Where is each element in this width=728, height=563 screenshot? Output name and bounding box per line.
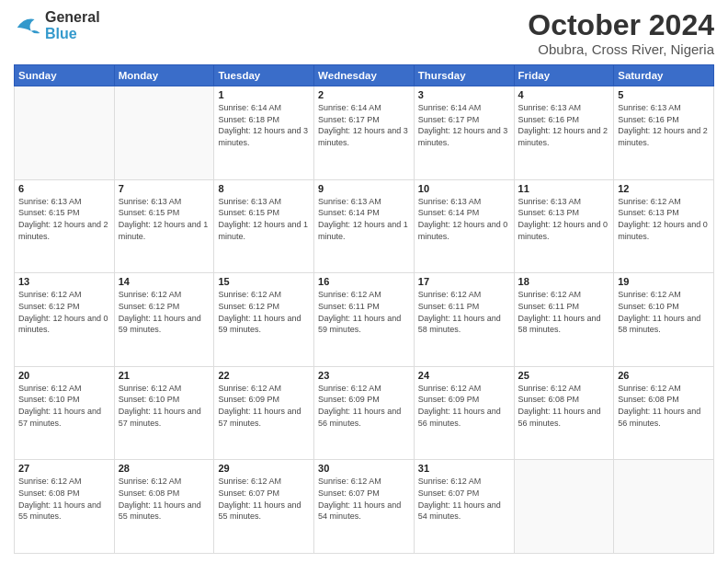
calendar-cell: 9Sunrise: 6:13 AM Sunset: 6:14 PM Daylig… (314, 179, 415, 273)
logo-bird-icon (14, 12, 41, 40)
day-number: 11 (518, 183, 610, 194)
calendar-cell: 16Sunrise: 6:12 AM Sunset: 6:11 PM Dayli… (314, 273, 415, 367)
day-number: 13 (18, 276, 110, 287)
calendar-cell: 6Sunrise: 6:13 AM Sunset: 6:15 PM Daylig… (15, 179, 115, 273)
day-info: Sunrise: 6:12 AM Sunset: 6:09 PM Dayligh… (218, 383, 310, 429)
day-number: 9 (318, 183, 410, 194)
calendar-table: SundayMondayTuesdayWednesdayThursdayFrid… (14, 64, 714, 554)
day-info: Sunrise: 6:12 AM Sunset: 6:12 PM Dayligh… (218, 289, 310, 335)
header-wednesday: Wednesday (314, 65, 415, 86)
day-info: Sunrise: 6:12 AM Sunset: 6:11 PM Dayligh… (318, 289, 410, 335)
calendar-cell: 31Sunrise: 6:12 AM Sunset: 6:07 PM Dayli… (414, 460, 514, 554)
day-number: 27 (18, 463, 110, 474)
day-number: 26 (618, 370, 710, 381)
calendar-cell: 18Sunrise: 6:12 AM Sunset: 6:11 PM Dayli… (514, 273, 614, 367)
calendar-cell: 8Sunrise: 6:13 AM Sunset: 6:15 PM Daylig… (214, 179, 314, 273)
day-number: 19 (618, 276, 710, 287)
header-right: October 2024 Obubra, Cross River, Nigeri… (528, 9, 714, 57)
day-info: Sunrise: 6:12 AM Sunset: 6:11 PM Dayligh… (418, 289, 510, 335)
calendar-cell: 14Sunrise: 6:12 AM Sunset: 6:12 PM Dayli… (114, 273, 214, 367)
day-number: 7 (119, 183, 210, 194)
week-row-1: 1Sunrise: 6:14 AM Sunset: 6:18 PM Daylig… (15, 86, 714, 180)
header: General Blue October 2024 Obubra, Cross … (14, 9, 714, 57)
header-saturday: Saturday (614, 65, 714, 86)
calendar-cell: 26Sunrise: 6:12 AM Sunset: 6:08 PM Dayli… (614, 366, 714, 460)
calendar-cell: 29Sunrise: 6:12 AM Sunset: 6:07 PM Dayli… (214, 460, 314, 554)
day-info: Sunrise: 6:14 AM Sunset: 6:17 PM Dayligh… (418, 102, 510, 148)
calendar-header: SundayMondayTuesdayWednesdayThursdayFrid… (15, 65, 714, 86)
day-info: Sunrise: 6:12 AM Sunset: 6:12 PM Dayligh… (119, 289, 210, 335)
calendar-cell: 25Sunrise: 6:12 AM Sunset: 6:08 PM Dayli… (514, 366, 614, 460)
day-number: 21 (119, 370, 210, 381)
day-number: 6 (18, 183, 110, 194)
week-row-4: 20Sunrise: 6:12 AM Sunset: 6:10 PM Dayli… (15, 366, 714, 460)
day-info: Sunrise: 6:12 AM Sunset: 6:07 PM Dayligh… (218, 476, 310, 522)
page: General Blue October 2024 Obubra, Cross … (0, 0, 728, 563)
calendar-cell: 22Sunrise: 6:12 AM Sunset: 6:09 PM Dayli… (214, 366, 314, 460)
day-info: Sunrise: 6:12 AM Sunset: 6:10 PM Dayligh… (119, 383, 210, 429)
calendar-cell (15, 86, 115, 180)
day-info: Sunrise: 6:13 AM Sunset: 6:15 PM Dayligh… (18, 196, 110, 242)
day-info: Sunrise: 6:12 AM Sunset: 6:07 PM Dayligh… (318, 476, 410, 522)
calendar-cell: 12Sunrise: 6:12 AM Sunset: 6:13 PM Dayli… (614, 179, 714, 273)
header-friday: Friday (514, 65, 614, 86)
calendar-cell: 17Sunrise: 6:12 AM Sunset: 6:11 PM Dayli… (414, 273, 514, 367)
header-monday: Monday (114, 65, 214, 86)
header-thursday: Thursday (414, 65, 514, 86)
day-number: 2 (318, 89, 410, 100)
day-number: 31 (418, 463, 510, 474)
day-number: 28 (119, 463, 210, 474)
day-info: Sunrise: 6:12 AM Sunset: 6:11 PM Dayligh… (518, 289, 610, 335)
day-info: Sunrise: 6:12 AM Sunset: 6:08 PM Dayligh… (18, 476, 110, 522)
day-number: 8 (218, 183, 310, 194)
calendar-cell: 15Sunrise: 6:12 AM Sunset: 6:12 PM Dayli… (214, 273, 314, 367)
day-number: 30 (318, 463, 410, 474)
day-info: Sunrise: 6:12 AM Sunset: 6:08 PM Dayligh… (618, 383, 710, 429)
day-number: 3 (418, 89, 510, 100)
day-number: 1 (218, 89, 310, 100)
calendar-cell: 10Sunrise: 6:13 AM Sunset: 6:14 PM Dayli… (414, 179, 514, 273)
day-number: 17 (418, 276, 510, 287)
day-info: Sunrise: 6:12 AM Sunset: 6:12 PM Dayligh… (18, 289, 110, 335)
day-number: 22 (218, 370, 310, 381)
header-row: SundayMondayTuesdayWednesdayThursdayFrid… (15, 65, 714, 86)
day-info: Sunrise: 6:13 AM Sunset: 6:14 PM Dayligh… (318, 196, 410, 242)
calendar-cell: 5Sunrise: 6:13 AM Sunset: 6:16 PM Daylig… (614, 86, 714, 180)
calendar-cell: 2Sunrise: 6:14 AM Sunset: 6:17 PM Daylig… (314, 86, 415, 180)
calendar-cell: 1Sunrise: 6:14 AM Sunset: 6:18 PM Daylig… (214, 86, 314, 180)
day-info: Sunrise: 6:12 AM Sunset: 6:10 PM Dayligh… (618, 289, 710, 335)
day-info: Sunrise: 6:12 AM Sunset: 6:09 PM Dayligh… (318, 383, 410, 429)
calendar-cell: 11Sunrise: 6:13 AM Sunset: 6:13 PM Dayli… (514, 179, 614, 273)
calendar-body: 1Sunrise: 6:14 AM Sunset: 6:18 PM Daylig… (15, 86, 714, 554)
day-number: 16 (318, 276, 410, 287)
logo-general: General (45, 9, 100, 25)
calendar-cell: 30Sunrise: 6:12 AM Sunset: 6:07 PM Dayli… (314, 460, 415, 554)
day-info: Sunrise: 6:12 AM Sunset: 6:10 PM Dayligh… (18, 383, 110, 429)
month-title: October 2024 (528, 9, 714, 41)
day-number: 24 (418, 370, 510, 381)
logo: General Blue (14, 9, 100, 42)
day-number: 18 (518, 276, 610, 287)
calendar-cell (614, 460, 714, 554)
calendar-cell: 21Sunrise: 6:12 AM Sunset: 6:10 PM Dayli… (114, 366, 214, 460)
day-info: Sunrise: 6:13 AM Sunset: 6:13 PM Dayligh… (518, 196, 610, 242)
day-info: Sunrise: 6:13 AM Sunset: 6:15 PM Dayligh… (218, 196, 310, 242)
week-row-2: 6Sunrise: 6:13 AM Sunset: 6:15 PM Daylig… (15, 179, 714, 273)
day-number: 10 (418, 183, 510, 194)
calendar-cell: 20Sunrise: 6:12 AM Sunset: 6:10 PM Dayli… (15, 366, 115, 460)
day-number: 4 (518, 89, 610, 100)
day-number: 25 (518, 370, 610, 381)
week-row-3: 13Sunrise: 6:12 AM Sunset: 6:12 PM Dayli… (15, 273, 714, 367)
calendar-cell (114, 86, 214, 180)
day-number: 23 (318, 370, 410, 381)
week-row-5: 27Sunrise: 6:12 AM Sunset: 6:08 PM Dayli… (15, 460, 714, 554)
calendar-cell: 27Sunrise: 6:12 AM Sunset: 6:08 PM Dayli… (15, 460, 115, 554)
day-number: 20 (18, 370, 110, 381)
day-info: Sunrise: 6:13 AM Sunset: 6:16 PM Dayligh… (618, 102, 710, 148)
day-info: Sunrise: 6:14 AM Sunset: 6:17 PM Dayligh… (318, 102, 410, 148)
day-number: 14 (119, 276, 210, 287)
day-info: Sunrise: 6:14 AM Sunset: 6:18 PM Dayligh… (218, 102, 310, 148)
calendar-cell: 19Sunrise: 6:12 AM Sunset: 6:10 PM Dayli… (614, 273, 714, 367)
day-info: Sunrise: 6:13 AM Sunset: 6:14 PM Dayligh… (418, 196, 510, 242)
calendar-cell: 13Sunrise: 6:12 AM Sunset: 6:12 PM Dayli… (15, 273, 115, 367)
